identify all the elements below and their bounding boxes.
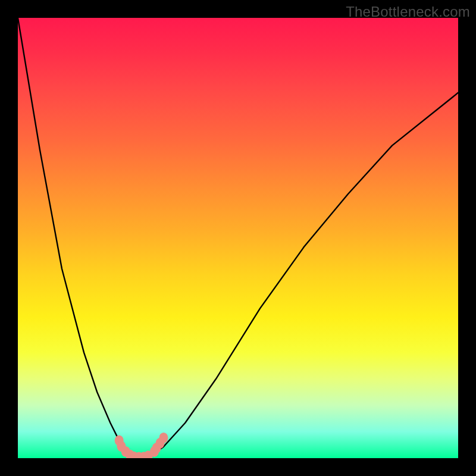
data-marker bbox=[159, 433, 168, 443]
chart-frame: TheBottleneck.com bbox=[0, 0, 476, 476]
watermark-text: TheBottleneck.com bbox=[346, 4, 470, 20]
data-markers bbox=[115, 433, 168, 458]
chart-svg bbox=[18, 18, 458, 458]
plot-area bbox=[18, 18, 458, 458]
curve-line bbox=[18, 18, 458, 458]
